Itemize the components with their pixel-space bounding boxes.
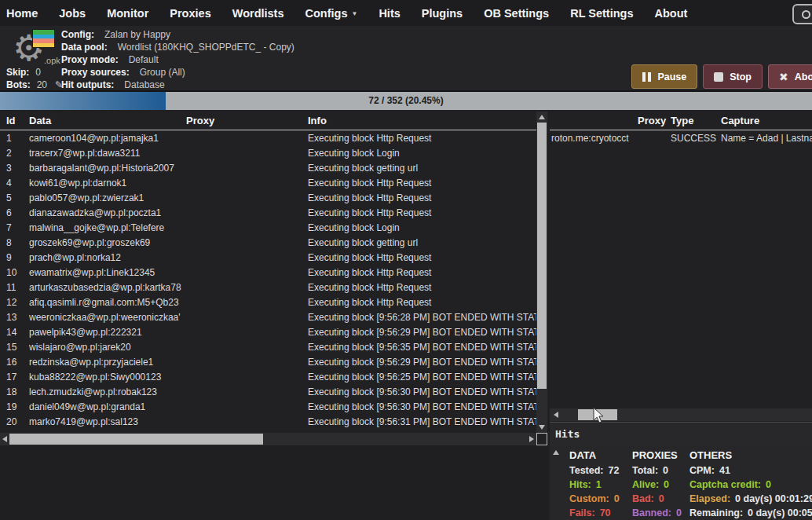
table-row[interactable]: 17kuba88222@wp.pl:Siwy000123Executing bl… (0, 370, 536, 385)
bots-vertical-scrollbar[interactable] (536, 112, 547, 433)
proxy-sources-label: Proxy sources: (61, 66, 130, 79)
menu-item-proxies[interactable]: Proxies (170, 7, 210, 20)
camera-lens-icon (802, 10, 810, 19)
table-row[interactable]: 2tracerx7@wp.pl:dawa3211Executing block … (0, 146, 536, 161)
table-row[interactable]: 9prach@wp.pl:norka12Executing block Http… (0, 251, 536, 265)
col-header-id[interactable]: Id (0, 115, 29, 126)
run-controls: Pause Stop ✖ Abort (631, 64, 812, 89)
bots-horizontal-scrollbar[interactable] (0, 433, 547, 445)
scroll-thumb[interactable] (537, 123, 547, 389)
scroll-left-button[interactable] (0, 434, 9, 445)
cell-proxy (186, 295, 308, 310)
col-header-capture[interactable]: Capture (721, 115, 812, 126)
scroll-up-button[interactable] (537, 112, 547, 123)
hits-section-tab[interactable]: Hits (550, 422, 812, 445)
cell-data: roton.me:cryotocct (550, 131, 638, 146)
hit-row[interactable]: roton.me:cryotocctSUCCESSName = Adad | L… (550, 131, 812, 146)
cell-proxy (186, 355, 308, 370)
stats-scroll-up-icon[interactable] (553, 450, 559, 455)
stat-row: Remaining:0 day(s) 00:05:1 (689, 506, 812, 520)
abort-cross-icon: ✖ (779, 71, 788, 83)
cell-proxy (186, 265, 308, 280)
stop-button[interactable]: Stop (703, 64, 763, 89)
cell-proxy (186, 340, 308, 355)
stat-value: 0 (676, 507, 682, 518)
table-row[interactable]: 13weeroniczkaa@wp.pl:weeroniczkaa'Execut… (0, 310, 536, 325)
table-row[interactable]: 6dianazawadzka@wp.pl:poczta1Executing bl… (0, 206, 536, 221)
cell-proxy (186, 146, 308, 161)
table-row[interactable]: 18lech.zmudzki@wp.pl:robak123Executing b… (0, 385, 536, 400)
cell-data: prach@wp.pl:norka12 (29, 251, 186, 265)
col-header-info[interactable]: Info (308, 115, 547, 126)
table-row[interactable]: 5pablo057@wp.pl:zwierzak1Executing block… (0, 191, 536, 206)
hits-horizontal-scrollbar[interactable] (550, 408, 812, 421)
table-row[interactable]: 1cameroon104@wp.pl:jamajka1Executing blo… (0, 131, 536, 146)
col-header-proxy[interactable]: Proxy (638, 115, 671, 126)
menu-item-rl-settings[interactable]: RL Settings (570, 7, 633, 20)
menu-item-plugins[interactable]: Plugins (422, 7, 463, 20)
col-header-data[interactable]: Data (29, 115, 186, 126)
cell-info: Executing block getting url (308, 236, 536, 251)
table-row[interactable]: 7malwina__gojke@wp.pl:TelefereExecuting … (0, 221, 536, 236)
table-row[interactable]: 11arturkaszubasedzia@wp.pl:kartka78Execu… (0, 280, 536, 295)
col-header-type[interactable]: Type (671, 115, 721, 126)
abort-button[interactable]: ✖ Abort (768, 64, 812, 89)
menu-item-label: RL Settings (570, 7, 633, 20)
scroll-down-button[interactable] (537, 422, 547, 433)
table-row[interactable]: 14pawelpik43@wp.pl:222321Executing block… (0, 325, 536, 340)
cell-info: Executing block [9:56:25 PM] BOT ENDED W… (308, 370, 536, 385)
stats-columns: DATATested:72Hits:1Custom:0Fails:70Inval… (569, 448, 812, 520)
cell-id: 11 (0, 280, 29, 295)
stat-label: Total: (632, 465, 658, 476)
cell-data: lech.zmudzki@wp.pl:robak123 (29, 385, 186, 400)
cell-data: arturkaszubasedzia@wp.pl:kartka78 (29, 280, 186, 295)
scroll-thumb[interactable] (9, 434, 263, 445)
pause-button[interactable]: Pause (631, 64, 697, 89)
menu-item-about[interactable]: About (654, 7, 687, 20)
hits-table-header: Proxy Type Capture (550, 112, 812, 130)
table-row[interactable]: 16redzinska@wp.pl:przyjaciele1Executing … (0, 355, 536, 370)
stat-value: 0 (664, 479, 669, 490)
cell-type: SUCCESS (671, 131, 721, 146)
cell-data: wislajaro@wp.pl:jarek20 (29, 340, 186, 355)
pause-icon (642, 72, 651, 82)
stat-row: Elapsed:0 day(s) 00:01:29 (689, 492, 812, 506)
menu-item-ob-settings[interactable]: OB Settings (484, 7, 549, 20)
menu-item-label: Wordlists (232, 7, 284, 20)
menu-item-hits[interactable]: Hits (379, 7, 400, 20)
cell-info: Executing block Http Request (308, 176, 536, 191)
menu-item-jobs[interactable]: Jobs (59, 7, 86, 20)
cell-id: 6 (0, 206, 29, 221)
table-row[interactable]: 10ewamatrix@wp.pl:Linek12345Executing bl… (0, 265, 536, 280)
cell-info: Executing block [9:56:29 PM] BOT ENDED W… (308, 325, 536, 340)
table-row[interactable]: 19daniel049w@wp.pl:granda1Executing bloc… (0, 400, 536, 415)
cell-proxy (186, 161, 308, 176)
cell-data: cameroon104@wp.pl:jamajka1 (29, 131, 186, 146)
cell-data: pawelpik43@wp.pl:222321 (29, 325, 186, 340)
menu-item-home[interactable]: Home (6, 7, 38, 20)
scroll-left-button[interactable] (551, 409, 561, 420)
table-row[interactable]: 15wislajaro@wp.pl:jarek20Executing block… (0, 340, 536, 355)
table-row[interactable]: 4kowi61@wp.pl:darnok1Executing block Htt… (0, 176, 536, 191)
menu-item-label: OB Settings (484, 7, 549, 20)
table-row[interactable]: 12afiq.qasimli.r@gmail.com:M5+Qb23Execut… (0, 295, 536, 310)
proxy-mode-value: Default (129, 53, 159, 66)
table-row[interactable]: 8groszek69@wp.pl:groszek69Executing bloc… (0, 236, 536, 251)
menu-item-wordlists[interactable]: Wordlists (232, 7, 284, 20)
cell-id: 2 (0, 146, 29, 161)
table-row[interactable]: 3barbaragalant@wp.pl:Historia2007Executi… (0, 161, 536, 176)
cell-data: marko7419@wp.pl:sal123 (29, 415, 186, 430)
stat-value: 0 (663, 465, 668, 476)
data-pool-value: Wordlist (180KHQ_SHOPPdETC_ - Copy) (118, 41, 294, 53)
stat-value: 70 (600, 507, 611, 518)
scroll-right-button[interactable] (527, 434, 536, 445)
table-row[interactable]: 20marko7419@wp.pl:sal123Executing block … (0, 415, 536, 430)
menu-item-configs[interactable]: Configs▼ (305, 7, 358, 20)
menu-item-monitor[interactable]: Monitor (107, 7, 148, 20)
config-value: Zalan by Happy (104, 28, 170, 41)
col-header-proxy[interactable]: Proxy (186, 115, 308, 126)
cell-info: Executing block [9:56:28 PM] BOT ENDED W… (308, 310, 536, 325)
cell-data: barbaragalant@wp.pl:Historia2007 (29, 161, 186, 176)
stop-icon (714, 72, 723, 82)
camera-icon[interactable] (792, 4, 812, 24)
